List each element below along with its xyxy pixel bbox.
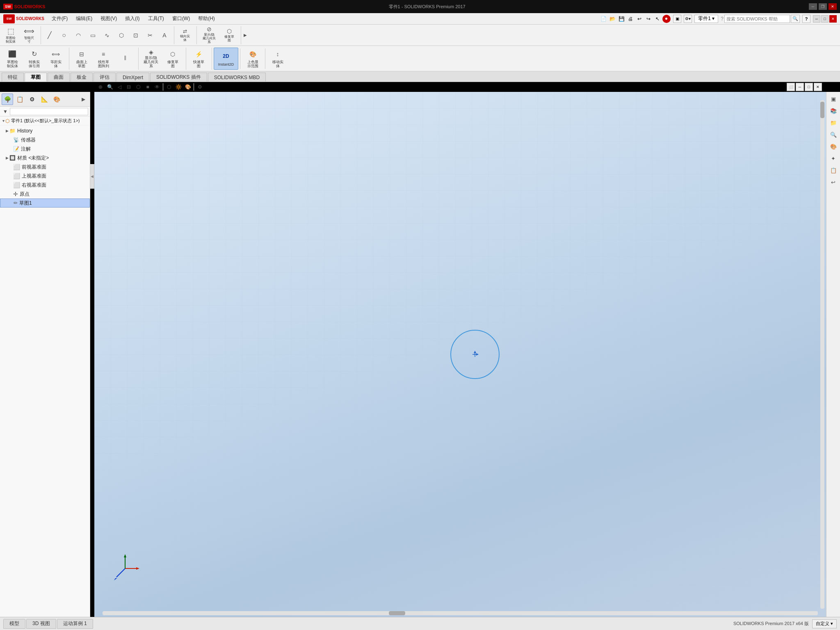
win-close[interactable]: ✕ xyxy=(829,15,837,23)
open-button[interactable]: 📂 xyxy=(608,15,616,23)
panel-expand-btn[interactable]: ▶ xyxy=(78,94,88,104)
menu-help[interactable]: 帮助(H) xyxy=(194,14,219,23)
part-name-display[interactable]: 零件1 ▾ xyxy=(694,15,718,23)
tree-item-front-plane[interactable]: ⬜ 前视基准面 xyxy=(0,162,90,171)
view-orient-btn[interactable]: ⬡ xyxy=(134,82,143,91)
tree-item-right-plane[interactable]: ⬜ 右视基准面 xyxy=(0,180,90,189)
viewport-tilevert-btn[interactable]: ⬜ xyxy=(787,83,795,91)
render-tools-btn[interactable]: ⬡ xyxy=(164,82,173,91)
help-button[interactable]: ? xyxy=(802,15,810,23)
menu-insert[interactable]: 插入(I) xyxy=(121,14,144,23)
instant2d-btn[interactable]: 2D Instant2D xyxy=(214,48,238,70)
win-restore[interactable]: □ xyxy=(821,15,829,23)
revolve-boss-btn[interactable]: ↻ 转换实体引用 xyxy=(23,48,45,70)
viewport-tileh-btn[interactable]: ─ xyxy=(796,83,804,91)
menu-view[interactable]: 视图(V) xyxy=(96,14,121,23)
appearance-btn[interactable]: 🎨 xyxy=(183,82,192,91)
tab-sw-addins[interactable]: SOLIDWORKS 插件 xyxy=(150,73,207,82)
view-settings-btn[interactable]: ⚙ xyxy=(195,82,204,91)
tree-item-top-plane[interactable]: ⬜ 上视基准面 xyxy=(0,171,90,180)
more-tools-arrow[interactable]: ▶ xyxy=(243,26,248,44)
h-scrollbar[interactable] xyxy=(103,611,818,615)
filter-btn[interactable]: ▼ xyxy=(2,108,9,115)
tree-item-history[interactable]: ▶ 📁 History xyxy=(0,126,90,135)
tab-sheetmetal[interactable]: 板金 xyxy=(71,73,93,82)
text-tool-btn[interactable]: A xyxy=(158,26,171,44)
bottom-tab-motion[interactable]: 运动算例 1 xyxy=(57,619,93,629)
fix-sketch-btn2[interactable]: ⬡ 修复草图 xyxy=(162,48,183,70)
tree-item-annotations[interactable]: 📝 注解 xyxy=(0,144,90,153)
mirror-entities-btn2[interactable]: 𝄃 xyxy=(114,48,136,70)
extrude-boss-btn[interactable]: ⬛ 草图绘制实体 xyxy=(2,48,23,70)
previous-view-btn[interactable]: ◁ xyxy=(115,82,124,91)
tree-item-origin[interactable]: ✛ 原点 xyxy=(0,189,90,199)
line-pattern-btn[interactable]: ≡ 线性草图阵列 xyxy=(93,48,114,70)
print-button[interactable]: 🖨 xyxy=(626,15,635,23)
new-button[interactable]: 📄 xyxy=(599,15,607,23)
settings-button[interactable]: ⚙▾ xyxy=(684,15,692,23)
move-entities-btn[interactable]: ⇄ 镜向实体 xyxy=(176,26,194,44)
zoom-in-btn[interactable]: 🔍 xyxy=(105,82,114,91)
appearances-right-btn[interactable]: ✦ xyxy=(828,153,839,164)
search-right-btn[interactable]: 🔍 xyxy=(828,129,839,140)
menu-window[interactable]: 窗口(W) xyxy=(168,14,194,23)
file-explorer-right-btn[interactable]: 📁 xyxy=(828,117,839,128)
doc-recover-right-btn[interactable]: ↩ xyxy=(828,177,839,187)
view-palette-btn[interactable]: ▣ xyxy=(828,94,839,104)
display-style-btn[interactable]: ■ xyxy=(143,82,152,91)
scene-btn[interactable]: 🔆 xyxy=(174,82,183,91)
tab-sw-mbd[interactable]: SOLIDWORKS MBD xyxy=(208,73,266,82)
win-minimize[interactable]: ─ xyxy=(813,15,820,23)
tab-sketch[interactable]: 草图 xyxy=(25,73,47,82)
show-hide-geom-btn[interactable]: ⊘ 显示/隐藏几何关系 xyxy=(199,26,220,44)
config-manager-tab[interactable]: ⚙ xyxy=(26,94,38,105)
cursor-button[interactable]: ↖ xyxy=(653,15,662,23)
tab-dimxpert[interactable]: DimXpert xyxy=(116,73,149,82)
smart-dimension-btn[interactable]: ⟺ 智能尺寸 xyxy=(20,26,38,44)
move-solid-btn[interactable]: ↕ 移动实体 xyxy=(267,48,288,70)
panel-collapse-handle[interactable]: ◀ xyxy=(90,164,94,189)
display-manager-tab[interactable]: 🎨 xyxy=(51,94,62,105)
tree-item-material[interactable]: ▶ 🔲 材质 <未指定> xyxy=(0,153,90,162)
tab-evaluate[interactable]: 评估 xyxy=(94,73,116,82)
draw-sketch-btn[interactable]: ⬚ 草图绘制实体 xyxy=(2,26,20,44)
bottom-tab-3dview[interactable]: 3D 视图 xyxy=(26,619,56,629)
menu-tools[interactable]: 工具(T) xyxy=(144,14,168,23)
minimize-button[interactable]: ─ xyxy=(809,3,817,10)
trim-tool-btn[interactable]: ✂ xyxy=(143,26,157,44)
arc-tool-btn[interactable]: ◠ xyxy=(71,26,85,44)
save-button[interactable]: 💾 xyxy=(617,15,625,23)
polygon-tool-btn[interactable]: ⬡ xyxy=(114,26,128,44)
tab-features[interactable]: 特征 xyxy=(2,73,24,82)
spline-tool-btn[interactable]: ∿ xyxy=(100,26,114,44)
property-manager-tab[interactable]: 📋 xyxy=(14,94,25,105)
tab-surface[interactable]: 曲面 xyxy=(48,73,70,82)
rect-tool-btn[interactable]: ▭ xyxy=(86,26,100,44)
undo-button[interactable]: ↩ xyxy=(635,15,644,23)
design-library-btn[interactable]: 📚 xyxy=(828,105,839,116)
viewport-restore-btn[interactable]: □ xyxy=(805,83,813,91)
equal-dist-btn[interactable]: ⟺ 等距实体 xyxy=(45,48,66,70)
hide-show-btn[interactable]: 👁 xyxy=(153,82,162,91)
custom-props-right-btn[interactable]: 📋 xyxy=(828,165,839,176)
offset-tool-btn[interactable]: ⊡ xyxy=(129,26,143,44)
customize-btn[interactable]: 自定义 ▾ xyxy=(812,619,837,628)
tree-item-sensors[interactable]: 📡 传感器 xyxy=(0,135,90,144)
color-display-btn[interactable]: 🎨 上色显示范围 xyxy=(242,48,263,70)
v-scrollbar[interactable] xyxy=(820,100,824,609)
main-canvas[interactable] xyxy=(94,92,826,617)
macro-button[interactable]: ▣ xyxy=(673,15,681,23)
record-button[interactable]: ⏺ xyxy=(662,15,671,23)
restore-button[interactable]: ❐ xyxy=(819,3,827,10)
show-geom-btn[interactable]: ◈ 显示/隐藏几何关系 xyxy=(140,48,162,70)
menu-file[interactable]: 文件(F) xyxy=(48,14,72,23)
search-button[interactable]: 🔍 xyxy=(791,15,800,23)
line-tool-btn[interactable]: ╱ xyxy=(43,26,57,44)
close-button[interactable]: ✕ xyxy=(829,3,837,10)
colorize-right-btn[interactable]: 🎨 xyxy=(828,141,839,152)
redo-button[interactable]: ↪ xyxy=(644,15,653,23)
tree-search-input[interactable] xyxy=(10,108,88,115)
menu-edit[interactable]: 编辑(E) xyxy=(72,14,96,23)
search-input[interactable] xyxy=(724,15,790,23)
tree-item-sketch1[interactable]: ✏ 草图1 xyxy=(0,199,90,208)
